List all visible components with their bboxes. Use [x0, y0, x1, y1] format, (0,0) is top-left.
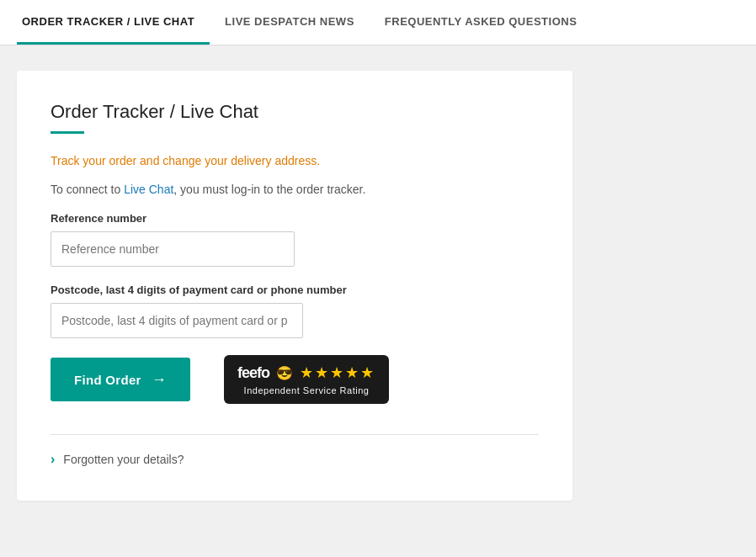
chevron-right-icon: › [51, 452, 55, 467]
nav-item-live-despatch[interactable]: LIVE DESPATCH NEWS [210, 0, 370, 45]
postcode-label: Postcode, last 4 digits of payment card … [51, 284, 539, 296]
find-order-label: Find Order [74, 373, 141, 387]
nav-bar: ORDER TRACKER / LIVE CHAT LIVE DESPATCH … [0, 0, 756, 45]
feefo-stars: ★★★★★ [300, 363, 375, 382]
connect-text: To connect to Live Chat, you must log-in… [51, 181, 539, 199]
feefo-logo: feefo [237, 364, 269, 382]
reference-label: Reference number [51, 212, 539, 225]
title-underline [51, 131, 84, 134]
find-order-button[interactable]: Find Order → [51, 358, 190, 401]
nav-label-order-tracker: ORDER TRACKER / LIVE CHAT [22, 15, 194, 28]
page-title: Order Tracker / Live Chat [51, 101, 539, 123]
live-chat-link[interactable]: Live Chat [124, 183, 173, 196]
track-text: Track your order and change your deliver… [51, 154, 539, 167]
nav-item-order-tracker[interactable]: ORDER TRACKER / LIVE CHAT [17, 0, 210, 45]
feefo-tagline: Independent Service Rating [244, 385, 370, 395]
actions-row: Find Order → feefo 😎 ★★★★★ Independent S… [51, 355, 539, 404]
feefo-eyes-icon: 😎 [276, 365, 293, 381]
main-card: Order Tracker / Live Chat Track your ord… [17, 71, 572, 501]
divider [51, 434, 539, 435]
feefo-top: feefo 😎 ★★★★★ [237, 363, 375, 382]
arrow-icon: → [152, 371, 167, 389]
feefo-badge: feefo 😎 ★★★★★ Independent Service Rating [224, 355, 389, 404]
page-content: Order Tracker / Live Chat Track your ord… [0, 45, 756, 526]
reference-input[interactable] [51, 231, 295, 267]
postcode-input[interactable] [51, 303, 303, 338]
nav-item-faq[interactable]: FREQUENTLY ASKED QUESTIONS [370, 0, 593, 45]
forgotten-details-row[interactable]: › Forgotten your details? [51, 452, 539, 467]
nav-label-faq: FREQUENTLY ASKED QUESTIONS [385, 15, 578, 28]
nav-label-live-despatch: LIVE DESPATCH NEWS [225, 15, 354, 28]
forgotten-text: Forgotten your details? [63, 453, 184, 466]
connect-text-before: To connect to [51, 183, 124, 196]
connect-text-after: , you must log-in to the order tracker. [173, 183, 365, 196]
